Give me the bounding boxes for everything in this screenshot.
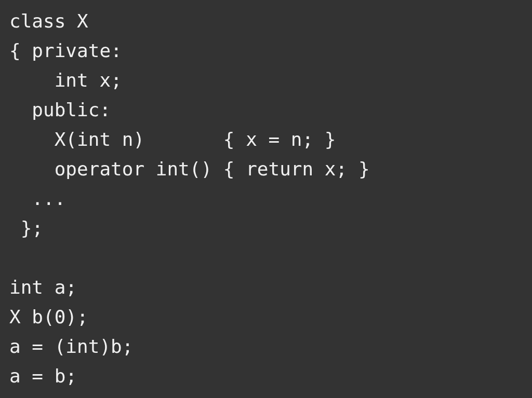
code-block: class X { private: int x; public: X(int … (9, 7, 523, 392)
code-content: class X { private: int x; public: X(int … (9, 10, 370, 387)
